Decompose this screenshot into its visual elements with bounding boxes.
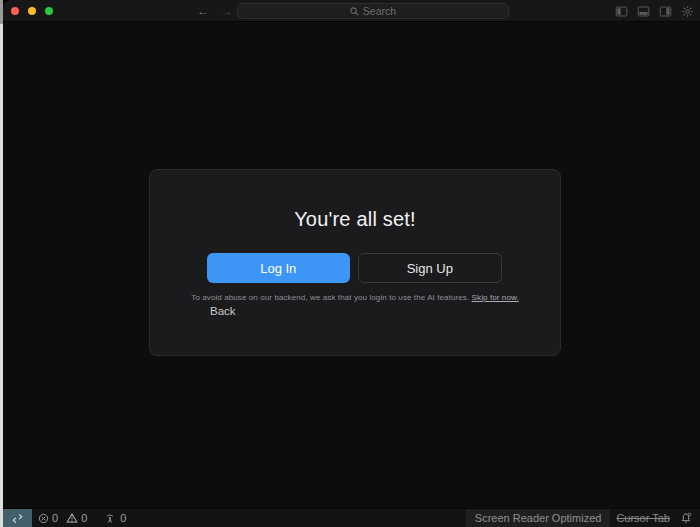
bell-icon <box>680 512 692 524</box>
minimize-window-button[interactable] <box>28 7 36 15</box>
titlebar: ← → Search <box>3 0 700 22</box>
toggle-primary-sidebar-icon[interactable] <box>615 5 628 18</box>
toggle-secondary-sidebar-icon[interactable] <box>659 5 672 18</box>
settings-gear-icon[interactable] <box>681 5 694 18</box>
warning-count: 0 <box>81 512 87 524</box>
ports-indicator[interactable]: 0 <box>98 509 132 527</box>
statusbar: 0 0 0 Screen Reader Optimized Cursor T <box>3 508 700 527</box>
statusbar-left: 0 0 0 <box>3 509 132 527</box>
toggle-panel-icon[interactable] <box>637 5 650 18</box>
error-icon <box>38 513 49 524</box>
layout-controls <box>615 0 694 22</box>
auth-buttons: Log In Sign Up <box>207 253 502 283</box>
search-icon <box>350 7 359 16</box>
history-nav: ← → <box>197 0 233 22</box>
ports-count: 0 <box>120 512 126 524</box>
search-input[interactable]: Search <box>237 3 509 19</box>
auth-notice-text: To avoid abuse on our backend, we ask th… <box>191 293 469 302</box>
auth-notice: To avoid abuse on our backend, we ask th… <box>150 293 560 302</box>
error-count: 0 <box>52 512 58 524</box>
cursor-tab-item[interactable]: Cursor Tab <box>610 509 676 527</box>
notifications-button[interactable] <box>676 509 700 527</box>
back-button[interactable]: Back <box>210 305 236 317</box>
forward-arrow-icon[interactable]: → <box>221 5 233 17</box>
traffic-lights <box>11 7 53 15</box>
editor-area: You're all set! Log In Sign Up To avoid … <box>3 23 700 508</box>
zoom-window-button[interactable] <box>45 7 53 15</box>
statusbar-right: Screen Reader Optimized Cursor Tab <box>466 509 700 527</box>
search-placeholder: Search <box>363 5 396 17</box>
app-window: ← → Search <box>3 0 700 527</box>
remote-connect-icon <box>12 513 23 524</box>
back-arrow-icon[interactable]: ← <box>197 5 209 17</box>
remote-indicator-button[interactable] <box>3 509 32 527</box>
warning-icon <box>66 512 78 524</box>
onboarding-dialog: You're all set! Log In Sign Up To avoid … <box>149 169 561 356</box>
broadcast-tower-icon <box>104 512 116 524</box>
dialog-title: You're all set! <box>150 208 560 231</box>
problems-indicator[interactable]: 0 0 <box>32 509 98 527</box>
skip-for-now-link[interactable]: Skip for now. <box>472 293 519 302</box>
log-in-button[interactable]: Log In <box>207 253 350 283</box>
sign-up-button[interactable]: Sign Up <box>358 253 503 283</box>
close-window-button[interactable] <box>11 7 19 15</box>
screen-reader-optimized-item[interactable]: Screen Reader Optimized <box>466 509 611 527</box>
